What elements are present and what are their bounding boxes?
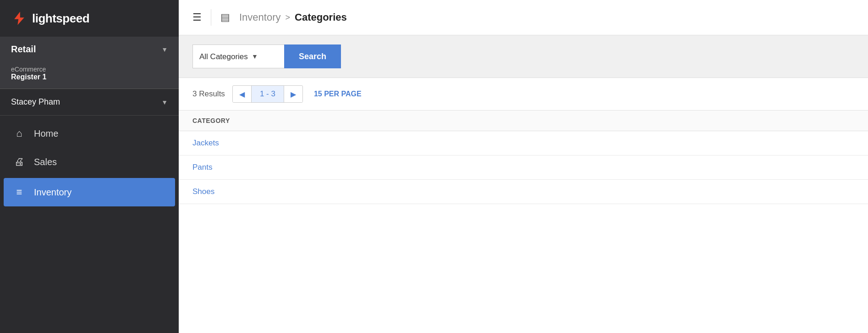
main-content: ☰ ▤ Inventory > Categories All Categorie… [179,0,868,333]
sidebar-item-home[interactable]: ⌂ Home [0,119,179,148]
sidebar-item-sales[interactable]: 🖨 Sales [0,148,179,176]
lightspeed-logo-icon [11,10,27,27]
sidebar-nav: ⌂ Home 🖨 Sales ≡ Inventory [0,119,179,208]
inventory-breadcrumb-icon: ▤ [220,11,230,23]
results-count: 3 Results [192,89,225,99]
sidebar-item-inventory[interactable]: ≡ Inventory [4,178,175,206]
user-selector[interactable]: Stacey Pham ▼ [0,89,179,116]
register-label: eCommerce [11,66,168,73]
home-icon: ⌂ [13,128,26,139]
table-row[interactable]: Shoes [179,180,868,204]
sidebar-item-sales-label: Sales [34,157,57,167]
next-page-button[interactable]: ▶ [284,86,302,102]
main-toolbar: All Categories ▼ Search [179,35,868,78]
inventory-icon: ≡ [13,186,26,198]
table-row[interactable]: Jackets [179,131,868,155]
header-divider [211,9,211,26]
user-dropdown-arrow-icon: ▼ [161,99,168,106]
main-header: ☰ ▤ Inventory > Categories [179,0,868,35]
results-bar: 3 Results ◀ 1 - 3 ▶ 15 PER PAGE [179,78,868,111]
prev-page-button[interactable]: ◀ [233,86,251,102]
breadcrumb-separator: > [286,13,291,22]
store-dropdown-arrow-icon: ▼ [161,46,168,53]
sidebar-logo: lightspeed [0,0,179,37]
page-current: 1 - 3 [251,86,284,102]
store-name: Retail [11,44,36,55]
filter-dropdown-arrow-icon: ▼ [252,53,258,60]
breadcrumb-current: Categories [295,11,347,23]
search-button[interactable]: Search [284,44,341,68]
category-filter-select[interactable]: All Categories [199,52,248,61]
sidebar: lightspeed Retail ▼ eCommerce Register 1… [0,0,179,333]
user-name: Stacey Pham [11,97,60,107]
store-selector[interactable]: Retail ▼ [0,37,179,62]
breadcrumb-parent[interactable]: Inventory [239,11,281,23]
category-column-header: CATEGORY [192,117,230,124]
sales-icon: 🖨 [13,156,26,168]
filter-select-wrapper: All Categories ▼ [192,44,284,68]
categories-table: CATEGORY Jackets Pants Shoes [179,111,868,333]
table-header-row: CATEGORY [179,111,868,131]
category-link-shoes[interactable]: Shoes [192,187,214,196]
sidebar-item-inventory-label: Inventory [34,187,71,198]
sidebar-item-home-label: Home [34,128,58,139]
register-info: eCommerce Register 1 [0,62,179,89]
category-link-jackets[interactable]: Jackets [192,139,219,148]
breadcrumb: Inventory > Categories [239,11,347,23]
per-page-selector[interactable]: 15 PER PAGE [314,90,362,98]
table-row[interactable]: Pants [179,155,868,180]
pagination: ◀ 1 - 3 ▶ [232,85,303,103]
hamburger-menu-icon[interactable]: ☰ [192,11,202,23]
logo-text: lightspeed [32,11,89,26]
register-name: Register 1 [11,73,168,81]
category-link-pants[interactable]: Pants [192,163,212,172]
